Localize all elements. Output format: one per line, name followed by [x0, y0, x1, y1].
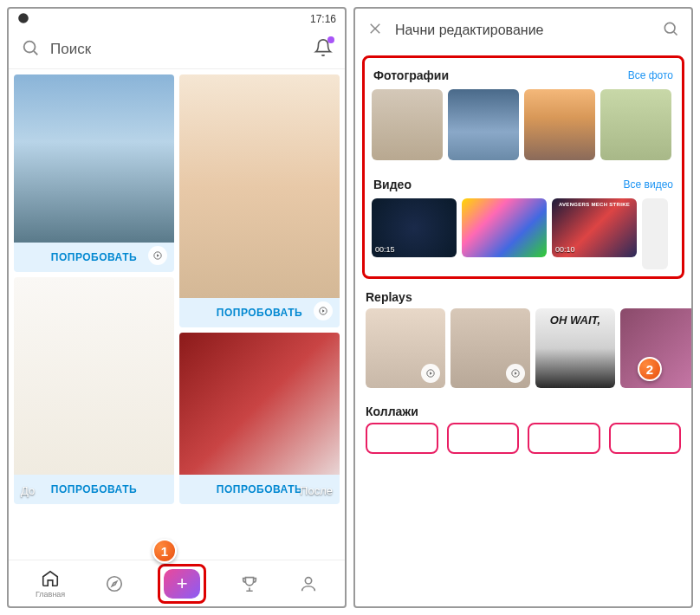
photo-thumb[interactable] — [600, 89, 671, 160]
nav-create[interactable]: + — [164, 569, 200, 599]
highlight-area: Фотографии Все фото Видео Все видео 00:1… — [362, 55, 684, 279]
nav-home-label: Главная — [36, 590, 65, 599]
card-image: После — [179, 333, 340, 475]
replay-thumb[interactable] — [366, 308, 445, 388]
before-label: До — [21, 484, 35, 497]
photo-thumb[interactable] — [372, 89, 443, 160]
svg-point-12 — [664, 23, 675, 33]
replay-thumb[interactable] — [450, 308, 530, 388]
all-videos-link[interactable]: Все видео — [624, 178, 673, 191]
nav-explore[interactable] — [105, 574, 124, 593]
collages-row — [355, 423, 691, 454]
video-duration: 00:15 — [375, 245, 395, 254]
callout-2: 2 — [638, 357, 662, 381]
nav-home[interactable]: Главная — [36, 569, 65, 599]
photo-thumb[interactable] — [448, 89, 519, 160]
collage-template[interactable] — [366, 423, 438, 454]
collage-template[interactable] — [528, 423, 600, 454]
nav-challenges[interactable] — [240, 574, 259, 593]
svg-point-7 — [107, 576, 122, 591]
template-card[interactable]: ПОПРОБОВАТЬ — [14, 74, 174, 272]
video-duration: 00:10 — [555, 245, 575, 254]
close-icon[interactable] — [367, 21, 383, 41]
svg-point-9 — [305, 577, 311, 583]
editor-title: Начни редактирование — [395, 23, 650, 38]
video-thumb-partial[interactable] — [642, 198, 668, 269]
viber-icon — [17, 12, 29, 27]
after-label: После — [300, 484, 333, 497]
photo-thumb[interactable] — [524, 89, 595, 160]
right-screen: Начни редактирование Фотографии Все фото… — [353, 7, 693, 608]
replays-section: Replays — [355, 282, 691, 308]
replay-thumb[interactable]: OH WAIT, — [535, 308, 615, 388]
collages-title: Коллажи — [366, 405, 418, 418]
card-image: До — [14, 277, 174, 475]
svg-line-2 — [34, 51, 37, 55]
svg-marker-6 — [322, 309, 325, 312]
video-thumb[interactable] — [462, 198, 547, 257]
svg-point-0 — [18, 13, 29, 23]
search-bar[interactable]: Поиск — [9, 29, 345, 69]
replays-title: Replays — [366, 290, 412, 304]
collage-template[interactable] — [447, 423, 520, 454]
collage-template[interactable] — [609, 423, 682, 454]
play-icon — [506, 364, 525, 383]
videos-title: Видео — [373, 178, 412, 191]
svg-marker-15 — [430, 372, 432, 374]
video-thumb[interactable]: 00:15 — [372, 198, 457, 257]
video-title-overlay: AVENGERS MECH STRIKE — [552, 202, 637, 207]
videos-row: 00:15 AVENGERS MECH STRIKE 00:10 — [368, 198, 678, 269]
template-card[interactable]: ПОПРОБОВАТЬ — [179, 74, 340, 327]
notifications-icon[interactable] — [314, 38, 333, 61]
card-image — [14, 74, 174, 243]
svg-marker-8 — [112, 581, 117, 586]
status-bar: 17:16 — [9, 9, 345, 29]
bottom-nav: Главная + — [9, 560, 345, 606]
replay-text-overlay: OH WAIT, — [535, 314, 615, 327]
svg-line-13 — [674, 32, 677, 36]
nav-profile[interactable] — [299, 574, 318, 593]
svg-marker-4 — [157, 254, 159, 256]
video-thumb[interactable]: AVENGERS MECH STRIKE 00:10 — [552, 198, 637, 257]
editor-header: Начни редактирование — [355, 9, 691, 52]
template-card[interactable]: До ПОПРОБОВАТЬ — [14, 277, 174, 504]
collages-section: Коллажи — [355, 397, 691, 423]
svg-point-1 — [24, 41, 36, 52]
card-image — [179, 74, 340, 298]
photos-title: Фотографии — [373, 68, 449, 82]
status-time: 17:16 — [310, 13, 336, 25]
template-card[interactable]: После ПОПРОБОВАТЬ — [179, 333, 340, 504]
try-button[interactable]: ПОПРОБОВАТЬ — [14, 475, 174, 504]
search-placeholder: Поиск — [50, 41, 303, 58]
play-icon — [421, 364, 440, 383]
feed-content: ПОПРОБОВАТЬ До ПОПРОБОВАТЬ — [9, 69, 345, 560]
photos-row — [368, 89, 678, 160]
notification-dot — [327, 36, 334, 43]
left-screen: 17:16 Поиск — [7, 7, 347, 608]
svg-marker-17 — [515, 372, 517, 374]
callout-1: 1 — [152, 539, 177, 563]
play-icon — [314, 301, 333, 320]
search-icon[interactable] — [662, 20, 679, 41]
highlight-box — [158, 564, 206, 604]
all-photos-link[interactable]: Все фото — [628, 69, 673, 81]
search-icon — [21, 38, 40, 61]
play-icon — [148, 246, 167, 265]
